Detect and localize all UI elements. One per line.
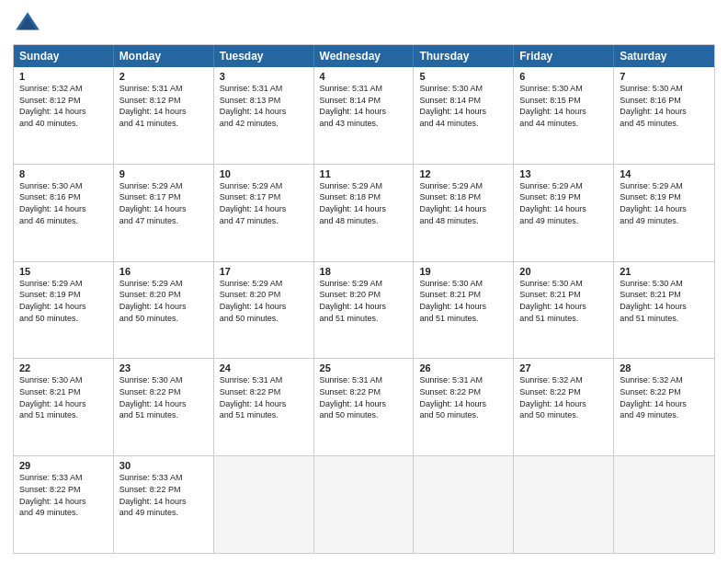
calendar-cell: 23Sunrise: 5:30 AMSunset: 8:22 PMDayligh…: [114, 359, 214, 455]
calendar-row-5: 29Sunrise: 5:33 AMSunset: 8:22 PMDayligh…: [14, 455, 714, 553]
day-number: 29: [19, 460, 108, 471]
calendar-cell: 10Sunrise: 5:29 AMSunset: 8:17 PMDayligh…: [214, 165, 314, 261]
calendar-cell: 7Sunrise: 5:30 AMSunset: 8:16 PMDaylight…: [614, 67, 714, 164]
header-wednesday: Wednesday: [314, 45, 415, 67]
calendar-cell: [414, 456, 514, 553]
day-info: Sunrise: 5:30 AMSunset: 8:14 PMDaylight:…: [419, 84, 486, 128]
day-number: 5: [419, 71, 507, 82]
calendar-cell: 19Sunrise: 5:30 AMSunset: 8:21 PMDayligh…: [414, 262, 514, 359]
day-number: 22: [19, 362, 108, 373]
day-number: 11: [320, 168, 408, 179]
day-number: 26: [419, 362, 507, 373]
calendar-cell: 22Sunrise: 5:30 AMSunset: 8:21 PMDayligh…: [14, 359, 114, 455]
day-info: Sunrise: 5:29 AMSunset: 8:20 PMDaylight:…: [220, 279, 287, 323]
day-number: 2: [119, 71, 208, 82]
calendar-cell: 5Sunrise: 5:30 AMSunset: 8:14 PMDaylight…: [414, 67, 514, 164]
calendar-cell: 6Sunrise: 5:30 AMSunset: 8:15 PMDaylight…: [514, 67, 614, 164]
calendar-header: SundayMondayTuesdayWednesdayThursdayFrid…: [14, 45, 714, 67]
day-number: 8: [19, 168, 108, 179]
calendar-row-1: 1Sunrise: 5:32 AMSunset: 8:12 PMDaylight…: [14, 67, 714, 164]
day-number: 7: [620, 71, 709, 82]
header-friday: Friday: [514, 45, 614, 67]
logo-icon: [13, 9, 42, 39]
day-info: Sunrise: 5:29 AMSunset: 8:20 PMDaylight:…: [119, 279, 187, 323]
day-number: 10: [220, 168, 308, 179]
day-info: Sunrise: 5:31 AMSunset: 8:22 PMDaylight:…: [419, 375, 486, 419]
day-info: Sunrise: 5:30 AMSunset: 8:22 PMDaylight:…: [119, 375, 187, 419]
header-monday: Monday: [114, 45, 214, 67]
day-number: 20: [519, 266, 608, 277]
calendar-cell: 4Sunrise: 5:31 AMSunset: 8:14 PMDaylight…: [314, 67, 415, 164]
calendar-row-4: 22Sunrise: 5:30 AMSunset: 8:21 PMDayligh…: [14, 358, 714, 455]
day-number: 15: [19, 266, 108, 277]
day-info: Sunrise: 5:30 AMSunset: 8:21 PMDaylight:…: [620, 279, 687, 323]
day-info: Sunrise: 5:33 AMSunset: 8:22 PMDaylight:…: [119, 473, 187, 517]
calendar-cell: 2Sunrise: 5:31 AMSunset: 8:12 PMDaylight…: [114, 67, 214, 164]
calendar-cell: [514, 456, 614, 553]
day-number: 17: [220, 266, 308, 277]
day-number: 16: [119, 266, 208, 277]
calendar-cell: 15Sunrise: 5:29 AMSunset: 8:19 PMDayligh…: [14, 262, 114, 359]
day-info: Sunrise: 5:29 AMSunset: 8:17 PMDaylight:…: [119, 181, 187, 225]
day-info: Sunrise: 5:29 AMSunset: 8:19 PMDaylight:…: [620, 181, 687, 225]
day-info: Sunrise: 5:31 AMSunset: 8:22 PMDaylight:…: [320, 375, 387, 419]
calendar-cell: 29Sunrise: 5:33 AMSunset: 8:22 PMDayligh…: [14, 456, 114, 553]
calendar-cell: 17Sunrise: 5:29 AMSunset: 8:20 PMDayligh…: [214, 262, 314, 359]
calendar-cell: 18Sunrise: 5:29 AMSunset: 8:20 PMDayligh…: [314, 262, 415, 359]
day-number: 4: [320, 71, 408, 82]
day-number: 28: [620, 362, 709, 373]
calendar-cell: 9Sunrise: 5:29 AMSunset: 8:17 PMDaylight…: [114, 165, 214, 261]
day-number: 23: [119, 362, 208, 373]
day-info: Sunrise: 5:31 AMSunset: 8:14 PMDaylight:…: [320, 84, 387, 128]
day-info: Sunrise: 5:29 AMSunset: 8:17 PMDaylight:…: [220, 181, 287, 225]
calendar-cell: 27Sunrise: 5:32 AMSunset: 8:22 PMDayligh…: [514, 359, 614, 455]
day-number: 3: [220, 71, 308, 82]
day-number: 25: [320, 362, 408, 373]
day-info: Sunrise: 5:29 AMSunset: 8:20 PMDaylight:…: [320, 279, 387, 323]
calendar-row-2: 8Sunrise: 5:30 AMSunset: 8:16 PMDaylight…: [14, 164, 714, 261]
day-number: 18: [320, 266, 408, 277]
calendar-cell: 30Sunrise: 5:33 AMSunset: 8:22 PMDayligh…: [114, 456, 214, 553]
calendar-cell: 25Sunrise: 5:31 AMSunset: 8:22 PMDayligh…: [314, 359, 415, 455]
day-info: Sunrise: 5:29 AMSunset: 8:19 PMDaylight:…: [19, 279, 86, 323]
calendar-row-3: 15Sunrise: 5:29 AMSunset: 8:19 PMDayligh…: [14, 261, 714, 359]
day-info: Sunrise: 5:29 AMSunset: 8:19 PMDaylight:…: [519, 181, 586, 225]
page: SundayMondayTuesdayWednesdayThursdayFrid…: [0, 0, 728, 563]
calendar-cell: [214, 456, 314, 553]
header-sunday: Sunday: [14, 45, 114, 67]
calendar-cell: 21Sunrise: 5:30 AMSunset: 8:21 PMDayligh…: [614, 262, 714, 359]
header-saturday: Saturday: [614, 45, 714, 67]
day-info: Sunrise: 5:31 AMSunset: 8:22 PMDaylight:…: [220, 375, 287, 419]
day-info: Sunrise: 5:30 AMSunset: 8:15 PMDaylight:…: [519, 84, 586, 128]
day-info: Sunrise: 5:30 AMSunset: 8:16 PMDaylight:…: [19, 181, 86, 225]
calendar-cell: 1Sunrise: 5:32 AMSunset: 8:12 PMDaylight…: [14, 67, 114, 164]
calendar-body: 1Sunrise: 5:32 AMSunset: 8:12 PMDaylight…: [14, 67, 714, 553]
calendar-cell: [614, 456, 714, 553]
day-number: 24: [220, 362, 308, 373]
day-number: 19: [419, 266, 507, 277]
day-number: 14: [620, 168, 709, 179]
day-number: 1: [19, 71, 108, 82]
day-info: Sunrise: 5:30 AMSunset: 8:21 PMDaylight:…: [19, 375, 86, 419]
day-info: Sunrise: 5:31 AMSunset: 8:13 PMDaylight:…: [220, 84, 287, 128]
day-info: Sunrise: 5:33 AMSunset: 8:22 PMDaylight:…: [19, 473, 86, 517]
header: [13, 9, 715, 39]
day-info: Sunrise: 5:30 AMSunset: 8:21 PMDaylight:…: [419, 279, 486, 323]
calendar-cell: 11Sunrise: 5:29 AMSunset: 8:18 PMDayligh…: [314, 165, 415, 261]
calendar-cell: 14Sunrise: 5:29 AMSunset: 8:19 PMDayligh…: [614, 165, 714, 261]
calendar-cell: 8Sunrise: 5:30 AMSunset: 8:16 PMDaylight…: [14, 165, 114, 261]
day-number: 27: [519, 362, 608, 373]
day-info: Sunrise: 5:32 AMSunset: 8:22 PMDaylight:…: [519, 375, 586, 419]
calendar-cell: 28Sunrise: 5:32 AMSunset: 8:22 PMDayligh…: [614, 359, 714, 455]
day-info: Sunrise: 5:30 AMSunset: 8:16 PMDaylight:…: [620, 84, 687, 128]
day-info: Sunrise: 5:32 AMSunset: 8:22 PMDaylight:…: [620, 375, 687, 419]
calendar: SundayMondayTuesdayWednesdayThursdayFrid…: [13, 44, 715, 554]
calendar-cell: 20Sunrise: 5:30 AMSunset: 8:21 PMDayligh…: [514, 262, 614, 359]
header-thursday: Thursday: [414, 45, 514, 67]
day-info: Sunrise: 5:29 AMSunset: 8:18 PMDaylight:…: [419, 181, 486, 225]
logo: [13, 9, 48, 39]
day-info: Sunrise: 5:32 AMSunset: 8:12 PMDaylight:…: [19, 84, 86, 128]
calendar-cell: 26Sunrise: 5:31 AMSunset: 8:22 PMDayligh…: [414, 359, 514, 455]
day-number: 21: [620, 266, 709, 277]
day-info: Sunrise: 5:29 AMSunset: 8:18 PMDaylight:…: [320, 181, 387, 225]
